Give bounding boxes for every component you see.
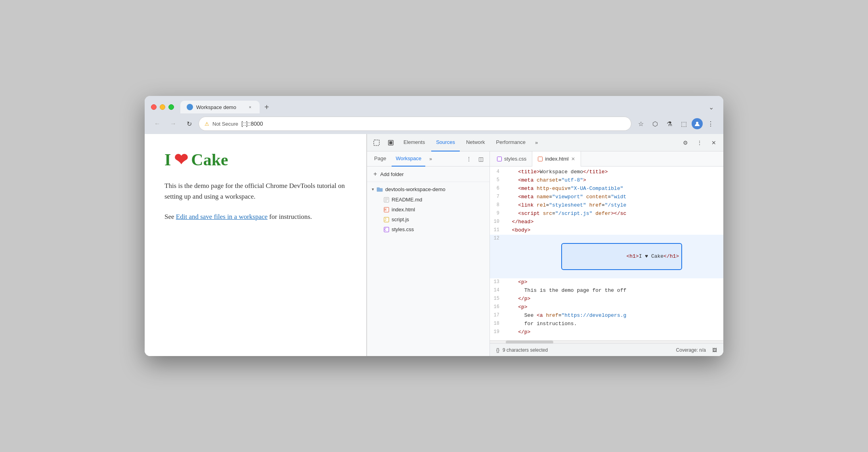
styles-css-filename: styles.css xyxy=(392,226,414,232)
sidebar-toggle-button[interactable]: ⬚ xyxy=(677,117,690,130)
index-html-filename: index.html xyxy=(392,207,415,213)
sources-sidebar-button[interactable]: ◫ xyxy=(475,153,486,165)
code-line-5: 5 <meta charset="utf-8"> xyxy=(490,176,723,185)
back-button[interactable]: ← xyxy=(151,117,164,130)
file-script-js[interactable]: J script.js xyxy=(367,215,489,224)
js-file-icon: J xyxy=(384,217,389,222)
folder-arrow: ▾ xyxy=(372,187,374,192)
add-folder-button[interactable]: + Add folder xyxy=(367,167,489,182)
tab-title: Workspace demo xyxy=(196,104,244,110)
forward-button[interactable]: → xyxy=(167,117,180,130)
devtools-more-tabs[interactable]: » xyxy=(532,138,541,147)
browser-tab[interactable]: Workspace demo × xyxy=(180,101,260,113)
bookmark-button[interactable]: ☆ xyxy=(635,117,647,130)
sources-sidebar: Page Workspace » ⋮ ◫ + Add folder xyxy=(367,151,490,356)
devtools-panel: Elements Sources Network Performance » ⚙… xyxy=(367,134,723,356)
css-file-icon: C xyxy=(384,227,389,232)
horizontal-scrollbar[interactable] xyxy=(490,340,723,343)
devtools-settings-button[interactable]: ⚙ xyxy=(679,136,692,149)
page-heading: I ❤ Cake xyxy=(164,150,346,169)
heading-heart: ❤ xyxy=(174,150,188,169)
title-bar: Workspace demo × + ⌄ xyxy=(145,96,723,113)
code-line-7: 7 <meta name="viewport" content="widt xyxy=(490,193,723,201)
add-folder-label: Add folder xyxy=(380,171,403,177)
workspace-link[interactable]: Edit and save files in a workspace xyxy=(176,213,268,220)
file-index-html[interactable]: H index.html xyxy=(367,205,489,215)
heading-i: I xyxy=(164,150,171,169)
sources-page-tab[interactable]: Page xyxy=(370,151,390,167)
format-icon[interactable]: {} xyxy=(496,347,499,353)
svg-text:J: J xyxy=(384,218,386,222)
devtools-tab-performance[interactable]: Performance xyxy=(491,134,530,151)
code-line-15: 15 </p> xyxy=(490,295,723,303)
code-line-19: 19 </p> xyxy=(490,328,723,337)
minimize-traffic-light[interactable] xyxy=(160,104,165,110)
tab-dropdown-button[interactable]: ⌄ xyxy=(705,102,717,113)
screenshot-icon[interactable]: 🖼 xyxy=(712,347,717,353)
devtools-body: Page Workspace » ⋮ ◫ + Add folder xyxy=(367,151,723,356)
svg-rect-3 xyxy=(390,142,392,144)
close-traffic-light[interactable] xyxy=(151,104,157,110)
devtools-tab-sources[interactable]: Sources xyxy=(431,134,460,151)
nav-actions: ☆ ⬡ ⚗ ⬚ ⋮ xyxy=(635,117,717,130)
selection-text: 9 characters selected xyxy=(503,347,548,353)
refresh-button[interactable]: ↻ xyxy=(183,117,195,130)
code-content[interactable]: 4 <title>Workspace demo</title> 5 <meta … xyxy=(490,167,723,340)
status-bar: {} 9 characters selected Coverage: n/a 🖼 xyxy=(490,343,723,356)
svg-text:H: H xyxy=(384,208,386,212)
code-line-16: 16 <p> xyxy=(490,303,723,312)
svg-rect-1 xyxy=(374,140,379,146)
labs-button[interactable]: ⚗ xyxy=(663,117,676,130)
new-tab-button[interactable]: + xyxy=(260,101,274,113)
workspace-folder[interactable]: ▾ devtools-workspace-demo xyxy=(367,184,489,195)
file-readme[interactable]: README.md xyxy=(367,195,489,205)
heading-cake: Cake xyxy=(191,150,228,169)
code-line-4: 4 <title>Workspace demo</title> xyxy=(490,168,723,176)
status-right: Coverage: n/a 🖼 xyxy=(676,347,717,353)
code-editor: styles.css index.html ✕ xyxy=(490,151,723,356)
editor-tab-index-html[interactable]: index.html ✕ xyxy=(532,151,581,167)
devtools-menu-button[interactable]: ⋮ xyxy=(693,136,706,149)
security-warning-icon: ⚠ xyxy=(205,121,209,127)
para2-suffix: for instructions. xyxy=(268,213,312,220)
devtools-close-button[interactable]: ✕ xyxy=(707,136,720,149)
code-line-10: 10 </head> xyxy=(490,218,723,226)
extension-button[interactable]: ⬡ xyxy=(649,117,662,130)
styles-css-tab-label: styles.css xyxy=(504,156,526,162)
readme-file-icon xyxy=(384,197,389,203)
script-js-filename: script.js xyxy=(392,216,409,222)
readme-filename: README.md xyxy=(392,197,422,203)
tab-close-button[interactable]: × xyxy=(247,104,253,110)
styles-css-tab-icon xyxy=(497,157,502,161)
folder-icon xyxy=(377,186,383,192)
svg-rect-15 xyxy=(538,157,543,161)
devtools-toolbar: Elements Sources Network Performance » ⚙… xyxy=(367,134,723,151)
add-icon: + xyxy=(373,170,377,178)
main-content: I ❤ Cake This is the demo page for the o… xyxy=(145,134,723,356)
editor-tab-close-button[interactable]: ✕ xyxy=(571,156,575,162)
code-line-12: 12 <h1>I ♥ Cake</h1> xyxy=(490,235,723,278)
sources-menu-button[interactable]: ⋮ xyxy=(463,153,474,165)
code-line-13: 13 <p> xyxy=(490,278,723,287)
code-line-14: 14 This is the demo page for the off xyxy=(490,287,723,295)
devtools-cursor-icon[interactable] xyxy=(370,136,383,149)
code-line-17: 17 See <a href="https://developers.g xyxy=(490,312,723,320)
folder-name: devtools-workspace-demo xyxy=(385,186,445,192)
devtools-tab-elements[interactable]: Elements xyxy=(399,134,430,151)
coverage-label: Coverage: n/a xyxy=(676,347,706,353)
editor-tab-styles-css[interactable]: styles.css xyxy=(491,151,532,167)
address-bar[interactable]: ⚠ Not Secure [::]::8000 xyxy=(199,117,631,131)
profile-button[interactable] xyxy=(692,118,703,129)
sources-workspace-tab[interactable]: Workspace xyxy=(392,151,425,167)
maximize-traffic-light[interactable] xyxy=(168,104,174,110)
file-styles-css[interactable]: C styles.css xyxy=(367,224,489,234)
svg-rect-14 xyxy=(497,157,502,161)
url-text: [::]::8000 xyxy=(241,121,625,127)
devtools-tab-network[interactable]: Network xyxy=(461,134,490,151)
devtools-inspect-icon[interactable] xyxy=(384,136,397,149)
not-secure-label: Not Secure xyxy=(212,121,238,127)
traffic-lights xyxy=(151,104,174,110)
tab-favicon xyxy=(187,104,193,110)
sources-more-tabs[interactable]: » xyxy=(427,155,434,163)
chrome-menu-button[interactable]: ⋮ xyxy=(704,117,717,130)
